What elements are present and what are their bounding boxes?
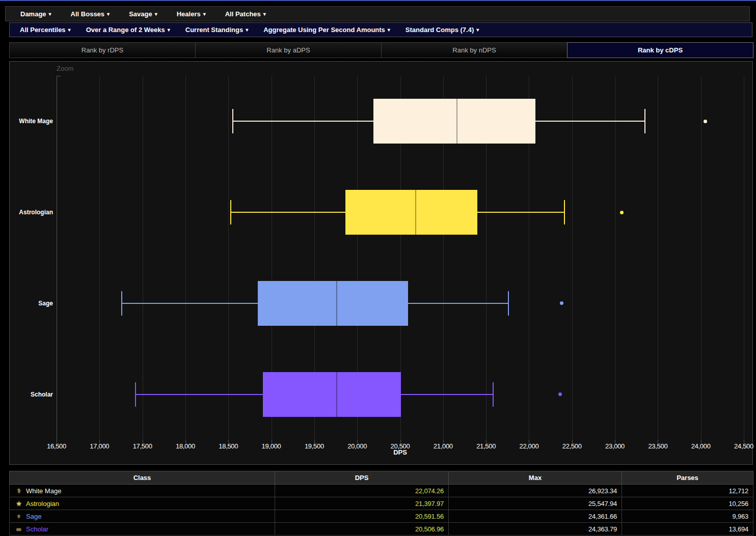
nav-item-healers[interactable]: Healers▾ xyxy=(168,10,214,18)
top-accent-bar xyxy=(0,0,756,1)
outlier-point-white-mage[interactable] xyxy=(704,120,707,123)
whisker-low-scholar xyxy=(136,394,263,395)
tab-rank-by-ndps[interactable]: Rank by nDPS xyxy=(381,42,568,58)
max-value: 24,363.79 xyxy=(449,523,622,535)
max-value: 25,547.94 xyxy=(449,497,622,510)
whisker-cap-high-white-mage xyxy=(644,109,645,133)
outlier-point-scholar[interactable] xyxy=(558,392,562,396)
sage-icon: ♆ xyxy=(14,513,23,520)
chevron-down-icon: ▾ xyxy=(49,11,51,17)
gridline xyxy=(99,76,100,440)
nav-item-aggregate-using-per-second-amounts[interactable]: Aggregate Using Per Second Amounts▾ xyxy=(256,26,397,34)
chevron-down-icon: ▾ xyxy=(246,27,248,33)
tab-rank-by-adps[interactable]: Rank by aDPS xyxy=(195,42,382,58)
chevron-down-icon: ▾ xyxy=(476,27,479,33)
whisker-cap-high-scholar xyxy=(493,382,494,407)
parses-value: 13,694 xyxy=(622,523,753,535)
class-cell-scholar: ∞Scholar xyxy=(10,523,275,535)
class-cell-sage: ♆Sage xyxy=(10,510,275,523)
class-name-link[interactable]: White Mage xyxy=(26,487,61,495)
class-stats-table: ClassDPSMaxParses ⚕White Mage22,074.2626… xyxy=(9,471,753,535)
table-row-astrologian: ★Astrologian21,397.9725,547.9410,256 xyxy=(10,497,753,510)
median-line-astrologian xyxy=(415,190,416,235)
nav-item-damage[interactable]: Damage▾ xyxy=(12,10,60,18)
nav-item-all-patches[interactable]: All Patches▾ xyxy=(217,10,275,18)
nav-item-savage[interactable]: Savage▾ xyxy=(120,10,166,18)
whisker-low-astrologian xyxy=(231,212,345,213)
gridline xyxy=(701,76,701,440)
column-header-dps[interactable]: DPS xyxy=(275,471,449,485)
dps-value: 20,591.56 xyxy=(275,510,449,523)
boxplot-box-scholar[interactable] xyxy=(263,372,401,417)
nav-item-current-standings[interactable]: Current Standings▾ xyxy=(178,26,255,34)
median-line-sage xyxy=(336,281,337,326)
category-label-sage: Sage xyxy=(10,299,53,307)
median-line-white-mage xyxy=(456,99,457,144)
boxplot-box-sage[interactable] xyxy=(258,281,408,326)
whisker-high-sage xyxy=(408,303,508,304)
filter-nav: All Percentiles▾Over a Range of 2 Weeks▾… xyxy=(9,22,752,37)
gridline xyxy=(572,76,573,440)
chevron-down-icon: ▾ xyxy=(107,11,110,17)
chevron-down-icon: ▾ xyxy=(155,11,157,17)
parses-value: 9,963 xyxy=(622,510,753,523)
outlier-point-sage[interactable] xyxy=(560,301,563,305)
whisker-cap-high-astrologian xyxy=(564,200,565,224)
column-header-class[interactable]: Class xyxy=(10,471,275,485)
class-cell-astrologian: ★Astrologian xyxy=(10,497,275,510)
class-name-link[interactable]: Astrologian xyxy=(26,500,59,507)
class-cell-white-mage: ⚕White Mage xyxy=(10,485,275,497)
primary-nav: Damage▾All Bosses▾Savage▾Healers▾All Pat… xyxy=(5,6,750,21)
nav-item-all-bosses[interactable]: All Bosses▾ xyxy=(62,10,119,18)
whisker-cap-low-astrologian xyxy=(230,200,231,224)
dps-value: 21,397.97 xyxy=(275,497,449,510)
column-header-parses[interactable]: Parses xyxy=(622,471,753,485)
boxplot-box-astrologian[interactable] xyxy=(345,190,477,235)
max-value: 24,361.66 xyxy=(449,510,622,523)
whisker-cap-low-sage xyxy=(121,291,122,316)
chevron-down-icon: ▾ xyxy=(68,27,71,33)
category-label-scholar: Scholar xyxy=(10,390,53,399)
nav-item-all-percentiles[interactable]: All Percentiles▾ xyxy=(13,26,78,34)
gridline xyxy=(143,76,143,440)
whisker-high-scholar xyxy=(401,394,493,395)
scholar-icon: ∞ xyxy=(14,525,23,533)
chevron-down-icon: ▾ xyxy=(168,27,170,33)
gridline xyxy=(615,76,615,440)
page-root: Damage▾All Bosses▾Savage▾Healers▾All Pat… xyxy=(0,0,756,536)
nav-item-standard-comps-7-4[interactable]: Standard Comps (7.4)▾ xyxy=(398,26,486,34)
column-header-max[interactable]: Max xyxy=(449,471,622,485)
outlier-point-astrologian[interactable] xyxy=(620,211,624,214)
tab-rank-by-rdps[interactable]: Rank by rDPS xyxy=(9,42,196,58)
class-name-link[interactable]: Scholar xyxy=(26,525,48,533)
whisker-high-white-mage xyxy=(535,121,645,122)
whisker-cap-high-sage xyxy=(508,291,509,316)
whisker-high-astrologian xyxy=(477,212,564,213)
y-axis-line xyxy=(57,76,57,440)
boxplot-box-white-mage[interactable] xyxy=(373,99,535,144)
gridline xyxy=(228,76,229,440)
dps-boxplot-chart: Zoom 16,50017,00017,50018,00018,50019,00… xyxy=(9,61,753,465)
median-line-scholar xyxy=(336,372,337,417)
category-label-white-mage: White Mage xyxy=(10,117,53,125)
class-name-link[interactable]: Sage xyxy=(26,513,41,520)
dps-value: 20,506.96 xyxy=(275,523,449,535)
whisker-low-sage xyxy=(122,303,257,304)
table-row-sage: ♆Sage20,591.5624,361.669,963 xyxy=(10,510,753,523)
parses-value: 12,712 xyxy=(622,485,753,497)
zoom-label: Zoom xyxy=(57,65,73,72)
gridline xyxy=(658,76,658,440)
gridline xyxy=(185,76,186,440)
astrologian-icon: ★ xyxy=(14,500,23,507)
gridline xyxy=(744,76,744,440)
rank-tabs: Rank by rDPSRank by aDPSRank by nDPSRank… xyxy=(9,42,753,58)
whisker-low-white-mage xyxy=(233,121,374,122)
chevron-down-icon: ▾ xyxy=(388,27,390,33)
table-row-scholar: ∞Scholar20,506.9624,363.7913,694 xyxy=(10,523,753,535)
category-label-astrologian: Astrologian xyxy=(10,208,53,216)
tab-rank-by-cdps[interactable]: Rank by cDPS xyxy=(567,42,753,58)
whisker-cap-low-scholar xyxy=(135,382,136,407)
nav-item-over-a-range-of-2-weeks[interactable]: Over a Range of 2 Weeks▾ xyxy=(79,26,177,34)
table-header-row: ClassDPSMaxParses xyxy=(10,471,753,485)
whisker-cap-low-white-mage xyxy=(232,109,233,133)
